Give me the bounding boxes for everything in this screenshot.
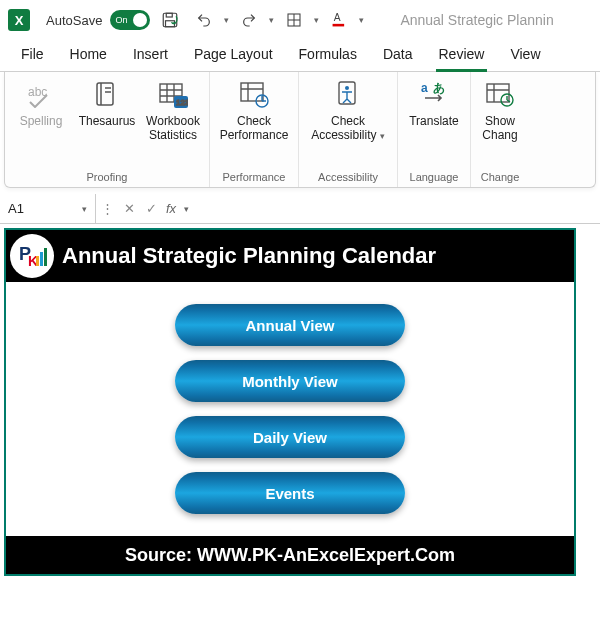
font-color-dropdown-icon[interactable]: ▾ (359, 15, 364, 25)
enter-formula-icon[interactable]: ✓ (140, 194, 162, 223)
tab-review[interactable]: Review (426, 40, 498, 71)
spelling-label: Spelling (20, 114, 63, 128)
svg-text:a: a (421, 81, 428, 95)
spelling-icon: abc (25, 78, 57, 110)
ribbon-group-accessibility: Check Accessibility ▾ Accessibility (299, 72, 398, 187)
borders-dropdown-icon[interactable]: ▾ (314, 15, 319, 25)
tab-home[interactable]: Home (57, 40, 120, 71)
calendar-card: PK Annual Strategic Planning Calendar An… (4, 228, 576, 576)
fx-icon[interactable]: fx (162, 194, 184, 223)
tab-formulas[interactable]: Formulas (286, 40, 370, 71)
group-name-accessibility: Accessibility (303, 169, 393, 187)
show-changes-button[interactable]: Show Chang (475, 74, 525, 147)
undo-dropdown-icon[interactable]: ▾ (224, 15, 229, 25)
title-bar: X AutoSave On ▾ ▾ ▾ A ▾ Annual Strategic… (0, 0, 600, 40)
check-accessibility-text: Check Accessibility (311, 114, 376, 142)
save-icon[interactable] (156, 6, 184, 34)
fx-label: fx (166, 201, 176, 216)
spelling-button[interactable]: abc Spelling (9, 74, 73, 132)
translate-icon: aあ (418, 78, 450, 110)
name-box[interactable]: A1 ▾ (0, 194, 96, 223)
group-name-proofing: Proofing (9, 169, 205, 187)
formula-bar: A1 ▾ ⋮ ✕ ✓ fx ▾ (0, 194, 600, 224)
card-header: PK Annual Strategic Planning Calendar (6, 230, 574, 282)
tab-page-layout[interactable]: Page Layout (181, 40, 286, 71)
thesaurus-icon (91, 78, 123, 110)
autosave-toggle-text: On (115, 15, 127, 25)
ribbon-group-language: aあ Translate Language (398, 72, 471, 187)
svg-text:A: A (334, 12, 341, 23)
monthly-view-button[interactable]: Monthly View (175, 360, 405, 402)
group-name-language: Language (402, 169, 466, 187)
events-button[interactable]: Events (175, 472, 405, 514)
svg-rect-20 (241, 83, 263, 101)
formula-bar-options-icon[interactable]: ⋮ (96, 194, 118, 223)
svg-rect-40 (44, 248, 47, 266)
autosave-toggle[interactable]: On (110, 10, 150, 30)
worksheet-area[interactable]: PK Annual Strategic Planning Calendar An… (0, 224, 600, 580)
tab-file[interactable]: File (8, 40, 57, 71)
cell-reference: A1 (8, 201, 24, 216)
check-accessibility-label: Check Accessibility ▾ (311, 114, 385, 143)
svg-text:あ: あ (433, 81, 445, 95)
thesaurus-button[interactable]: Thesaurus (75, 74, 139, 132)
check-performance-label: Check Performance (220, 114, 289, 143)
ribbon-tabs: File Home Insert Page Layout Formulas Da… (0, 40, 600, 72)
name-box-dropdown-icon[interactable]: ▾ (82, 204, 87, 214)
workbook-statistics-label: Workbook Statistics (146, 114, 200, 143)
check-accessibility-button[interactable]: Check Accessibility ▾ (303, 74, 393, 147)
ribbon: abc Spelling Thesaurus 123 Workbook Stat… (4, 72, 596, 188)
show-changes-label: Show Chang (482, 114, 517, 143)
svg-rect-9 (97, 83, 113, 105)
tab-view[interactable]: View (497, 40, 553, 71)
svg-rect-38 (36, 256, 39, 266)
document-title: Annual Strategic Plannin (400, 12, 553, 28)
check-performance-icon (238, 78, 270, 110)
workbook-statistics-button[interactable]: 123 Workbook Statistics (141, 74, 205, 147)
card-title: Annual Strategic Planning Calendar (62, 243, 436, 269)
borders-icon[interactable] (280, 6, 308, 34)
svg-rect-30 (487, 84, 509, 102)
font-color-icon[interactable]: A (325, 6, 353, 34)
logo-icon: PK (10, 234, 54, 278)
daily-view-button[interactable]: Daily View (175, 416, 405, 458)
group-name-performance: Performance (214, 169, 294, 187)
autosave-label: AutoSave (46, 13, 102, 28)
svg-rect-7 (333, 24, 345, 27)
redo-icon[interactable] (235, 6, 263, 34)
svg-text:123: 123 (176, 98, 188, 107)
workbook-statistics-icon: 123 (157, 78, 189, 110)
check-accessibility-icon (332, 78, 364, 110)
svg-point-27 (345, 86, 349, 90)
svg-rect-39 (40, 252, 43, 266)
ribbon-group-changes: Show Chang Change (471, 72, 529, 187)
autosave-toggle-knob (133, 13, 147, 27)
excel-app-icon: X (8, 9, 30, 31)
card-body: Annual View Monthly View Daily View Even… (6, 282, 574, 536)
show-changes-icon (484, 78, 516, 110)
card-footer: Source: WWW.PK-AnExcelExpert.Com (6, 536, 574, 574)
undo-icon[interactable] (190, 6, 218, 34)
chevron-down-icon: ▾ (380, 131, 385, 141)
thesaurus-label: Thesaurus (79, 114, 136, 128)
redo-dropdown-icon[interactable]: ▾ (269, 15, 274, 25)
ribbon-group-proofing: abc Spelling Thesaurus 123 Workbook Stat… (5, 72, 210, 187)
translate-label: Translate (409, 114, 459, 128)
fx-dropdown-icon[interactable]: ▾ (184, 204, 189, 214)
group-name-changes: Change (475, 169, 525, 187)
cancel-formula-icon[interactable]: ✕ (118, 194, 140, 223)
tab-insert[interactable]: Insert (120, 40, 181, 71)
translate-button[interactable]: aあ Translate (402, 74, 466, 132)
svg-rect-1 (167, 13, 173, 17)
annual-view-button[interactable]: Annual View (175, 304, 405, 346)
ribbon-group-performance: Check Performance Performance (210, 72, 299, 187)
tab-data[interactable]: Data (370, 40, 426, 71)
check-performance-button[interactable]: Check Performance (214, 74, 294, 147)
